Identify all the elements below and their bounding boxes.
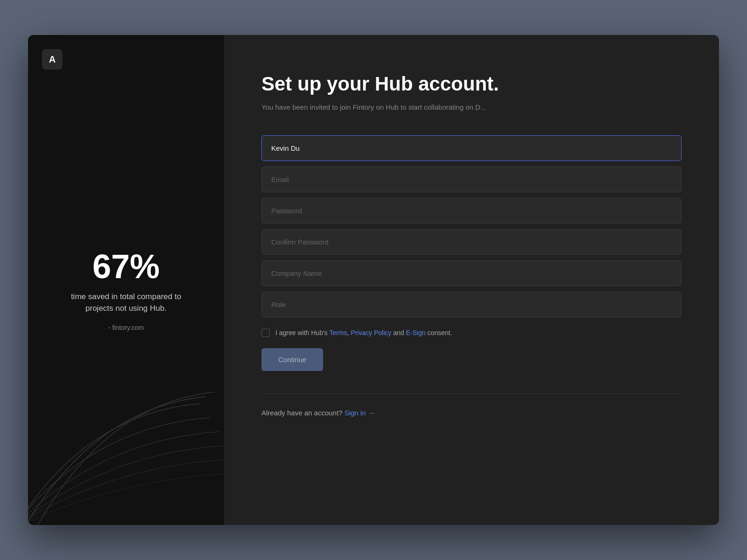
right-panel: Set up your Hub account. You have been i…	[224, 35, 719, 525]
stat-source: - fintory.com	[108, 324, 144, 331]
company-input[interactable]	[261, 260, 682, 286]
divider	[261, 393, 682, 394]
form-header: Set up your Hub account. You have been i…	[261, 72, 682, 113]
email-input[interactable]	[261, 167, 682, 192]
password-input[interactable]	[261, 198, 682, 224]
form-subtitle: You have been invited to join Fintory on…	[261, 102, 542, 113]
form-fields	[261, 135, 682, 317]
page-title: Set up your Hub account.	[261, 72, 682, 96]
comma: ,	[347, 329, 351, 336]
role-input[interactable]	[261, 292, 682, 317]
terms-text: I agree with Hub's Terms, Privacy Policy…	[275, 329, 452, 336]
signin-row: Already have an account? Sign in →	[261, 409, 682, 417]
confirm-password-input[interactable]	[261, 229, 682, 255]
esign-link[interactable]: E-Sign	[406, 329, 425, 336]
continue-button[interactable]: Continue	[261, 348, 323, 371]
signin-link[interactable]: Sign in →	[345, 409, 375, 417]
terms-checkbox[interactable]	[261, 329, 270, 337]
stat-description: time saved in total compared to projects…	[65, 291, 187, 315]
terms-row: I agree with Hub's Terms, Privacy Policy…	[261, 329, 682, 337]
suffix: consent.	[425, 329, 452, 336]
browser-window: A 67% time saved in total compared to pr…	[28, 35, 719, 525]
name-input[interactable]	[261, 135, 682, 161]
logo-container: A	[42, 49, 63, 70]
left-panel: A 67% time saved in total compared to pr…	[28, 35, 224, 525]
terms-prefix: I agree with Hub's	[275, 329, 329, 336]
signin-prompt: Already have an account?	[261, 409, 342, 417]
privacy-link[interactable]: Privacy Policy	[351, 329, 391, 336]
logo-icon: A	[49, 54, 56, 65]
stat-percentage: 67%	[92, 250, 160, 283]
left-content: 67% time saved in total compared to proj…	[42, 70, 210, 511]
terms-link[interactable]: Terms	[329, 329, 347, 336]
and: and	[391, 329, 406, 336]
